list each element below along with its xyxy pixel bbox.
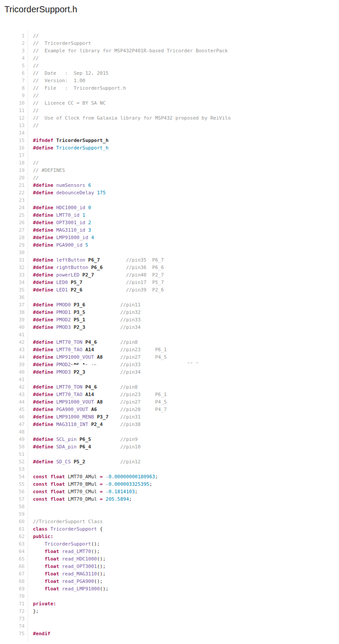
code-token: #define bbox=[33, 287, 53, 293]
code-line: 43#define LMT70_TAO A14 //pin23 P6_1 bbox=[0, 346, 339, 353]
code-token: PMOD0 bbox=[56, 302, 71, 308]
line-number: 49 bbox=[0, 436, 25, 443]
code-line: 20// bbox=[0, 174, 339, 182]
line-number: 67 bbox=[0, 570, 25, 578]
code-token bbox=[33, 541, 45, 547]
code-token: 4 bbox=[91, 235, 94, 240]
code-token: LED1 bbox=[56, 287, 68, 293]
line-number: 11 bbox=[0, 107, 25, 114]
code-token: ; bbox=[149, 481, 152, 487]
code-token bbox=[33, 549, 45, 554]
line-number: 31 bbox=[0, 256, 25, 264]
code-token: const bbox=[33, 474, 47, 480]
code-line: 46#define LMP91000_MENB P3_7 //pin31 bbox=[0, 413, 339, 421]
line-number: 21 bbox=[0, 182, 25, 189]
code-token bbox=[53, 145, 56, 151]
code-token: }; bbox=[33, 608, 39, 614]
code-line: 22#define debounceDelay 175 bbox=[0, 189, 339, 196]
code-text bbox=[25, 615, 339, 622]
line-number: 2 bbox=[0, 40, 25, 47]
code-token bbox=[103, 354, 120, 360]
code-token: // Version: 1.00 bbox=[33, 78, 85, 84]
line-number: 26 bbox=[0, 219, 25, 226]
code-text: const float LMT70_AMul = -0.000000001809… bbox=[25, 473, 339, 480]
code-line: 7// Version: 1.00 bbox=[0, 77, 339, 84]
code-text: // bbox=[25, 92, 339, 99]
code-token: A6 bbox=[91, 407, 97, 412]
code-text: const float LMT70_CMul = -0.1814103; bbox=[25, 488, 339, 495]
code-token bbox=[47, 474, 50, 480]
code-token: P6_5 bbox=[79, 437, 91, 442]
code-text: // Example for library for MSP432P401R-b… bbox=[25, 47, 339, 55]
code-text: #define LMT70_id 1 bbox=[25, 211, 339, 219]
code-token: float bbox=[50, 489, 65, 495]
code-token bbox=[53, 190, 56, 196]
code-token: #define bbox=[33, 309, 53, 315]
code-token: HDC1000_id bbox=[56, 205, 85, 211]
code-line: 16#define TricorderSupport_h bbox=[0, 144, 339, 152]
code-token: // bbox=[33, 63, 39, 69]
code-text bbox=[25, 196, 339, 204]
code-token: private: bbox=[33, 601, 56, 607]
code-token: //pin32 bbox=[120, 309, 141, 315]
code-token bbox=[53, 272, 56, 278]
code-line: 2// TricorderSupport bbox=[0, 40, 339, 47]
code-line: 35#define LED1 P2_6 //pin39 P2_6 bbox=[0, 286, 339, 294]
code-line: 71private: bbox=[0, 600, 339, 608]
code-token bbox=[53, 182, 56, 188]
line-number: 74 bbox=[0, 622, 25, 630]
code-token: 6 bbox=[88, 182, 91, 188]
code-token: //pin27 P4_5 bbox=[120, 354, 167, 360]
code-token: //pin8 bbox=[120, 339, 138, 345]
code-text: // #DEFINES bbox=[25, 167, 339, 174]
code-line: 49#define SCL_pin P6_5 //pin9 bbox=[0, 436, 339, 443]
line-number: 73 bbox=[0, 615, 25, 622]
code-token: public: bbox=[33, 534, 53, 539]
code-text: float read_OPT3001(); bbox=[25, 563, 339, 570]
code-token: A8 bbox=[97, 354, 103, 360]
code-token bbox=[85, 205, 88, 211]
code-token: //pin35 P6_7 bbox=[126, 257, 164, 263]
code-token: // bbox=[33, 175, 39, 181]
line-number: 61 bbox=[0, 525, 25, 533]
line-number: 15 bbox=[0, 137, 25, 144]
code-token: (); bbox=[97, 564, 106, 569]
code-token bbox=[53, 324, 56, 330]
code-text: #define PMOD3 P2_3 //pin34 bbox=[25, 368, 339, 376]
code-token: //pin8 bbox=[120, 384, 138, 390]
code-token bbox=[76, 437, 79, 442]
code-text: float read_MAG3110(); bbox=[25, 570, 339, 578]
code-token: // Use of Clock from Galaxia library for… bbox=[33, 115, 231, 121]
line-number: 71 bbox=[0, 600, 25, 608]
code-token bbox=[53, 422, 56, 427]
code-token: P4_6 bbox=[85, 384, 97, 390]
code-token bbox=[79, 272, 83, 278]
code-token: = bbox=[100, 481, 103, 487]
code-token: P3_7 bbox=[97, 414, 109, 420]
code-token bbox=[47, 496, 50, 502]
code-token: LMT70_TON bbox=[56, 384, 83, 390]
code-token: LMT70_CMul bbox=[65, 489, 100, 495]
code-line: 52#define SD_CS P5_2 //pin12 bbox=[0, 458, 339, 466]
code-text: #define LMT70_TON P4_6 //pin8 bbox=[25, 383, 339, 391]
code-token: numSensors bbox=[56, 182, 85, 188]
code-token bbox=[53, 437, 56, 442]
code-token bbox=[85, 459, 120, 465]
code-text: #define PMOD3 P2_3 //pin34 bbox=[25, 324, 339, 331]
code-text: #define LMP91000_VOUT A8 //pin27 P4_5 bbox=[25, 398, 339, 406]
code-token: PMOD3 bbox=[56, 324, 71, 330]
code-token: SCL_pin bbox=[56, 437, 76, 442]
code-token: #define bbox=[33, 235, 53, 240]
code-text: private: bbox=[25, 600, 339, 608]
line-number: 29 bbox=[0, 241, 25, 249]
code-token: //pin31 bbox=[120, 414, 141, 420]
code-token: #define bbox=[33, 384, 53, 390]
code-token: //TricorderSupport Class bbox=[33, 519, 103, 524]
code-token: (); bbox=[97, 556, 106, 562]
line-number: 45 bbox=[0, 406, 25, 413]
line-number: 39 bbox=[0, 316, 25, 324]
code-line: 14 bbox=[0, 129, 339, 137]
code-token: LMP91000_VOUT bbox=[56, 354, 94, 360]
line-number: 70 bbox=[0, 593, 25, 600]
code-line: 18// bbox=[0, 159, 339, 167]
